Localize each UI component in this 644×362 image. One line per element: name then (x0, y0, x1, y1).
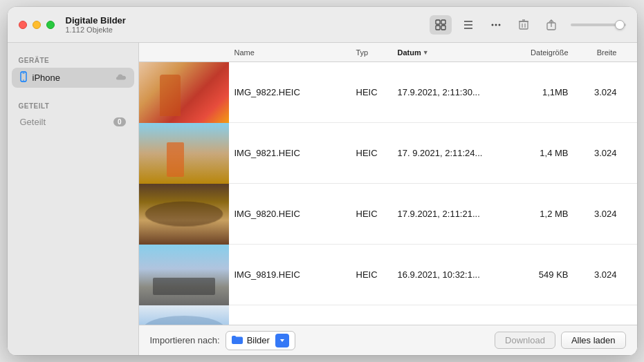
row-datum-4: 16.9.2021, 10:32:1... (395, 269, 509, 280)
sidebar-item-iphone[interactable]: iPhone (12, 68, 134, 88)
svg-rect-2 (436, 26, 440, 30)
th-breite[interactable]: Breite (571, 48, 620, 57)
download-button[interactable]: Download (495, 332, 555, 349)
row-filesize-3: 1,2 MB (509, 209, 571, 219)
row-typ-4: HEIC (353, 269, 395, 280)
row-datum-1: 17.9.2021, 2:11:30... (395, 87, 509, 97)
row-typ-1: HEIC (353, 87, 395, 97)
close-button[interactable] (19, 21, 27, 29)
th-datum[interactable]: Datum ▼ (395, 48, 509, 57)
iphone-icon (20, 71, 27, 84)
titlebar-info: Digitale Bilder 1.112 Objekte (66, 15, 430, 34)
row-thumbnail-3 (139, 184, 229, 245)
row-typ-2: HEIC (353, 148, 395, 158)
folder-name: Bilder (247, 335, 270, 345)
cloud-icon (116, 73, 126, 83)
row-thumbnail-5 (139, 305, 229, 325)
sidebar-item-geteilt[interactable]: Geteilt 0 (12, 113, 134, 131)
th-hoehe[interactable]: Höhe (620, 48, 637, 57)
thumbnail-image-1 (139, 62, 229, 123)
row-name-3: IMG_9820.HEIC (229, 209, 353, 219)
window-subtitle: 1.112 Objekte (66, 26, 430, 34)
row-filesize-4: 549 KB (509, 269, 571, 280)
row-height-4: 4.032 (620, 269, 637, 280)
table-body: IMG_9822.HEIC HEIC 17.9.2021, 2:11:30...… (139, 62, 637, 325)
delete-button[interactable] (513, 15, 535, 35)
file-list-panel: Name Typ Datum ▼ Dateigröße Breite Höhe … (139, 43, 637, 355)
row-thumbnail-4 (139, 245, 229, 305)
thumbnail-image-3 (139, 184, 229, 245)
svg-rect-10 (519, 21, 528, 29)
maximize-button[interactable] (46, 21, 55, 29)
sort-arrow-icon: ▼ (423, 49, 429, 56)
row-name-4: IMG_9819.HEIC (229, 269, 353, 280)
th-dateigroesse[interactable]: Dateigröße (509, 48, 571, 57)
share-icon (546, 19, 556, 30)
thumbnail-image-2 (139, 123, 229, 184)
slider-track (571, 23, 626, 26)
share-button[interactable] (540, 15, 562, 35)
folder-picker[interactable]: Bilder (226, 331, 295, 350)
zoom-slider[interactable] (571, 23, 626, 26)
svg-point-7 (491, 23, 493, 26)
list-icon (463, 20, 474, 30)
geteilt-label: Geteilt (20, 117, 108, 127)
shared-badge: 0 (113, 117, 126, 126)
traffic-lights (19, 21, 55, 29)
svg-rect-1 (441, 20, 445, 24)
more-button[interactable] (485, 15, 507, 35)
footer: Importieren nach: Bilder Down (139, 325, 637, 355)
row-datum-2: 17. 9.2021, 2:11:24... (395, 148, 509, 158)
svg-rect-0 (436, 20, 440, 24)
table-row[interactable]: IMG_9822.HEIC HEIC 17.9.2021, 2:11:30...… (139, 62, 637, 123)
table-row[interactable]: IMG_9821.HEIC HEIC 17. 9.2021, 2:11:24..… (139, 123, 637, 184)
thumbnail-image-5 (139, 305, 229, 325)
folder-dropdown-arrow (275, 334, 289, 347)
row-width-4: 3.024 (571, 269, 620, 280)
iphone-label: iPhone (33, 73, 111, 83)
svg-point-9 (498, 23, 500, 26)
thumbnail-image-4 (139, 245, 229, 305)
importieren-label: Importieren nach: (150, 335, 220, 345)
table-row[interactable]: IMG_9816.HEIC HEIC 16.9.2021, 10:32:0...… (139, 305, 637, 325)
sidebar: GERÄTE iPhone GETEILT (8, 43, 139, 355)
row-name-1: IMG_9822.HEIC (229, 87, 353, 97)
grid-icon (435, 19, 446, 30)
geteilt-section-label: GETEILT (8, 99, 138, 113)
more-icon (490, 19, 502, 30)
row-width-2: 3.024 (571, 148, 620, 158)
table-header: Name Typ Datum ▼ Dateigröße Breite Höhe (139, 43, 637, 62)
row-width-1: 3.024 (571, 87, 620, 97)
row-width-3: 3.024 (571, 209, 620, 219)
content-area: GERÄTE iPhone GETEILT (8, 43, 637, 355)
svg-marker-20 (280, 339, 284, 342)
row-height-2: 4.032 (620, 148, 637, 158)
minimize-button[interactable] (33, 21, 41, 29)
list-view-button[interactable] (457, 15, 479, 35)
th-typ[interactable]: Typ (353, 48, 395, 57)
th-name[interactable]: Name (229, 48, 353, 57)
row-datum-3: 17.9.2021, 2:11:21... (395, 209, 509, 219)
geraete-section-label: GERÄTE (8, 54, 138, 67)
row-thumbnail-2 (139, 123, 229, 184)
row-filesize-2: 1,4 MB (509, 148, 571, 158)
svg-rect-3 (441, 26, 445, 30)
main-window: Digitale Bilder 1.112 Objekte (8, 7, 637, 355)
table-row[interactable]: IMG_9820.HEIC HEIC 17.9.2021, 2:11:21...… (139, 184, 637, 245)
row-thumbnail-1 (139, 62, 229, 123)
grid-view-button[interactable] (430, 15, 452, 35)
row-name-2: IMG_9821.HEIC (229, 148, 353, 158)
titlebar: Digitale Bilder 1.112 Objekte (8, 7, 637, 43)
trash-icon (519, 19, 528, 30)
row-typ-3: HEIC (353, 209, 395, 219)
toolbar-actions (430, 15, 626, 35)
slider-thumb (615, 20, 625, 30)
alles-laden-button[interactable]: Alles laden (561, 332, 626, 349)
folder-icon (232, 335, 243, 346)
svg-point-19 (23, 79, 24, 81)
window-title: Digitale Bilder (66, 15, 430, 26)
row-height-3: 4.032 (620, 209, 637, 219)
row-filesize-1: 1,1MB (509, 87, 571, 97)
row-height-1: 4.032 (620, 87, 637, 97)
table-row[interactable]: IMG_9819.HEIC HEIC 16.9.2021, 10:32:1...… (139, 245, 637, 305)
